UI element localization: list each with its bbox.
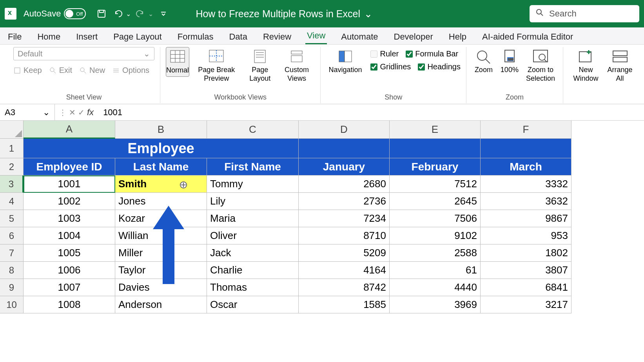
cell-header-jan[interactable]: January — [299, 158, 390, 176]
zoom-button[interactable]: Zoom — [472, 47, 495, 76]
cell[interactable]: 3969 — [390, 296, 481, 313]
cell[interactable]: 1004 — [24, 227, 115, 244]
cell-D3[interactable]: 2680 — [299, 176, 390, 193]
cell[interactable]: 6841 — [481, 279, 571, 296]
page-break-preview-button[interactable]: Page Break Preview — [192, 47, 241, 84]
sheet-view-dropdown[interactable]: Default ⌄ — [13, 47, 154, 60]
cell[interactable]: 1003 — [24, 210, 115, 227]
tab-developer[interactable]: Developer — [392, 29, 435, 44]
cell[interactable]: 1005 — [24, 244, 115, 262]
tab-file[interactable]: File — [6, 29, 23, 44]
col-header-B[interactable]: B — [115, 121, 207, 139]
page-layout-button[interactable]: Page Layout — [244, 47, 276, 84]
cell[interactable]: 1802 — [481, 244, 571, 262]
sheet-view-new-button[interactable]: New — [79, 66, 105, 75]
row-header-7[interactable]: 7 — [0, 244, 24, 262]
formula-input[interactable]: 1001 — [98, 107, 644, 118]
cell[interactable]: 9867 — [481, 210, 571, 227]
cell[interactable]: 2588 — [390, 244, 481, 262]
cell[interactable]: 953 — [481, 227, 571, 244]
cell[interactable] — [390, 139, 481, 158]
cell[interactable]: Charlie — [207, 262, 299, 279]
autosave-toggle[interactable]: Off — [64, 8, 86, 19]
row-header-1[interactable]: 1 — [0, 139, 24, 158]
tab-view[interactable]: View — [305, 28, 327, 44]
tab-automate[interactable]: Automate — [339, 29, 379, 44]
cell[interactable] — [299, 139, 390, 158]
new-window-button[interactable]: New Window — [569, 47, 603, 84]
col-header-F[interactable]: F — [481, 121, 571, 139]
save-icon[interactable] — [95, 7, 108, 20]
formula-bar-checkbox[interactable]: Formula Bar — [406, 49, 458, 58]
row-header-2[interactable]: 2 — [0, 158, 24, 176]
cell[interactable]: 4440 — [390, 279, 481, 296]
cell-title-employee[interactable]: Employee — [24, 139, 299, 158]
cell-header-empid[interactable]: Employee ID — [24, 158, 115, 176]
more-icon[interactable]: ⋮ — [59, 108, 67, 117]
tab-data[interactable]: Data — [227, 29, 249, 44]
cell[interactable]: 9102 — [390, 227, 481, 244]
normal-view-button[interactable]: Normal — [166, 47, 189, 77]
cell[interactable]: 3632 — [481, 193, 571, 210]
cell[interactable]: 3217 — [481, 296, 571, 313]
cell[interactable]: 1007 — [24, 279, 115, 296]
cell[interactable]: Oliver — [207, 227, 299, 244]
cell[interactable]: Kozar — [115, 210, 207, 227]
cell-B3[interactable]: Smith — [115, 176, 207, 193]
headings-checkbox[interactable]: Headings — [418, 62, 461, 71]
row-header-4[interactable]: 4 — [0, 193, 24, 210]
cell[interactable]: 2736 — [299, 193, 390, 210]
cell[interactable]: 3807 — [481, 262, 571, 279]
search-input[interactable]: Search — [530, 5, 639, 22]
redo-icon[interactable] — [133, 7, 146, 20]
navigation-button[interactable]: Navigation — [326, 47, 364, 76]
col-header-D[interactable]: D — [299, 121, 390, 139]
cell[interactable]: Taylor — [115, 262, 207, 279]
row-header-5[interactable]: 5 — [0, 210, 24, 227]
cell-header-last[interactable]: Last Name — [115, 158, 207, 176]
cell[interactable]: Miller — [115, 244, 207, 262]
tab-page-layout[interactable]: Page Layout — [112, 29, 163, 44]
tab-home[interactable]: Home — [36, 29, 62, 44]
cell[interactable]: Lily — [207, 193, 299, 210]
enter-icon[interactable]: ✓ — [78, 108, 85, 117]
row-header-6[interactable]: 6 — [0, 227, 24, 244]
cell[interactable]: 8742 — [299, 279, 390, 296]
cell[interactable]: 1002 — [24, 193, 115, 210]
row-header-3[interactable]: 3 — [0, 176, 24, 193]
cell[interactable]: Thomas — [207, 279, 299, 296]
autosave-control[interactable]: AutoSave Off — [24, 8, 86, 19]
cell[interactable]: 61 — [390, 262, 481, 279]
cell[interactable]: Oscar — [207, 296, 299, 313]
cell-C3[interactable]: Tommy — [207, 176, 299, 193]
cell[interactable]: Jones — [115, 193, 207, 210]
cell-A3[interactable]: 1001 — [24, 176, 115, 193]
row-header-8[interactable]: 8 — [0, 262, 24, 279]
sheet-view-exit-button[interactable]: Exit — [49, 66, 72, 75]
undo-dropdown-icon[interactable]: ⌄ — [126, 10, 131, 18]
cell-E3[interactable]: 7512 — [390, 176, 481, 193]
cell[interactable]: 1006 — [24, 262, 115, 279]
zoom-100-button[interactable]: 100 100% — [498, 47, 521, 76]
cell[interactable]: Anderson — [115, 296, 207, 313]
cell[interactable]: Davies — [115, 279, 207, 296]
tab-ai-formula-editor[interactable]: AI-aided Formula Editor — [481, 29, 575, 44]
zoom-to-selection-button[interactable]: Zoom to Selection — [524, 47, 557, 84]
select-all-corner[interactable] — [0, 121, 24, 139]
cell[interactable]: Jack — [207, 244, 299, 262]
fx-icon[interactable]: fx — [87, 107, 94, 118]
gridlines-checkbox[interactable]: Gridlines — [370, 62, 411, 71]
cell[interactable]: Maria — [207, 210, 299, 227]
row-header-9[interactable]: 9 — [0, 279, 24, 296]
qat-customize-icon[interactable] — [157, 7, 170, 20]
cell[interactable]: 1585 — [299, 296, 390, 313]
cell-header-mar[interactable]: March — [481, 158, 571, 176]
arrange-all-button[interactable]: Arrange All — [605, 47, 635, 84]
cell[interactable]: 8710 — [299, 227, 390, 244]
cell[interactable]: 4164 — [299, 262, 390, 279]
custom-views-button[interactable]: Custom Views — [279, 47, 315, 84]
cancel-icon[interactable]: ✕ — [69, 108, 76, 117]
name-box[interactable]: A3 ⌄ — [0, 104, 55, 120]
undo-icon[interactable] — [112, 7, 125, 20]
cell-F3[interactable]: 3332 — [481, 176, 571, 193]
